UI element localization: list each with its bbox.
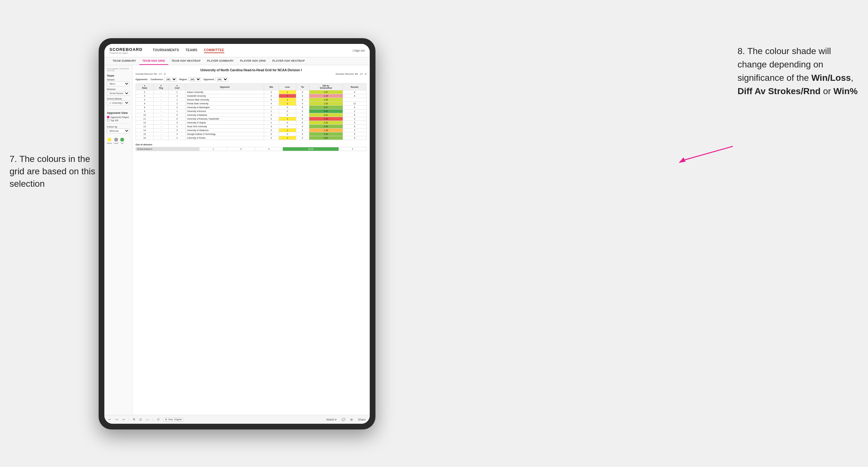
toolbar-comment[interactable]: 💬 [341,418,346,422]
td-1-row-6: - [153,113,168,117]
toolbar-sep2: | [153,418,154,421]
toolbar-share[interactable]: Share [357,418,367,422]
td-0-row-12: 16 [136,136,154,140]
toolbar-view[interactable]: ⊞ View: Original [163,418,184,422]
tab-team-summary[interactable]: TEAM SUMMARY [110,57,140,65]
toolbar-paste[interactable]: ⊡ [138,418,143,422]
td-4-row-2: 5 [264,98,279,102]
td-7-row-3: 1.83 [309,102,343,105]
division-select[interactable]: NCAA Division I [107,91,129,96]
td-7-row-5: 9.00 [309,110,343,113]
tab-player-h2h-grid[interactable]: PLAYER H2H GRID [237,57,269,65]
sidebar: Last Updated: 27/03/2024 16:55:38 Team G… [104,65,132,415]
td-0-row-3: 6 [136,102,154,105]
tab-player-summary[interactable]: PLAYER SUMMARY [204,57,237,65]
td-8-row-10: 3 [343,128,366,132]
region-select[interactable]: (All) [188,77,201,82]
school-select[interactable]: 1. University of Nort... [107,100,129,105]
th-rank: #Rank [136,84,154,90]
gender-select[interactable]: Men's [107,82,129,86]
radio-dot-1 [107,116,110,118]
nav-committee[interactable]: COMMITTEE [204,48,225,53]
td-0-row-1: 3 [136,94,154,98]
th-conf: #Conf [168,84,186,90]
tab-team-h2h-heatmap[interactable]: TEAM H2H HEATMAP [168,57,204,65]
td-5-row-0: 1 [279,90,296,94]
toolbar-watch[interactable]: Watch ▾ [325,418,338,422]
td-4-row-7: 0 [264,117,279,121]
td-2-row-1: 2 [168,94,186,98]
td-6-row-2: 0 [296,98,309,102]
opponent-select[interactable]: (All) [215,77,228,82]
td-0-row-2: 4 [136,98,154,102]
table-row: 15-4Georgia Institute of Technology5004.… [136,132,367,136]
td-6-row-6: 0 [296,113,309,117]
conference-select[interactable]: (All) [164,77,177,82]
td-5-row-9: 0 [279,125,296,128]
td-6-row-5: 0 [296,110,309,113]
td-7-row-4: 3.67 [309,105,343,110]
toolbar-redo[interactable]: ↪ [115,418,119,422]
nav-tournaments[interactable]: TOURNAMENTS [153,48,179,53]
data-table: #Rank #Reg #Conf Opponent Win Loss Tie D… [135,83,367,140]
legend-level: Level [114,138,118,144]
td-0-row-9: 13 [136,125,154,128]
td-0-row-11: 15 [136,132,154,136]
sidebar-timestamp: Last Updated: 27/03/2024 16:55:38 [107,68,129,71]
sub-nav: TEAM SUMMARY TEAM H2H GRID TEAM H2H HEAT… [104,57,370,65]
tab-player-h2h-heatmap[interactable]: PLAYER H2H HEATMAP [269,57,308,65]
toolbar-right: Watch ▾ 💬 ⊞ Share [325,418,367,422]
td-0-row-0: 2 [136,90,154,94]
th-opponent: Opponent [186,84,264,90]
logo-sub: Powered by clippd [110,52,143,54]
td-0-row-6: 10 [136,113,154,117]
radio-dot-2 [107,119,110,122]
td-6-row-7: 0 [296,117,309,121]
td-1-row-2: - [153,98,168,102]
toolbar-clock[interactable]: ⏱ [156,418,161,422]
toolbar-grid[interactable]: ⊞ [349,418,354,422]
td-2-row-11: 4 [168,132,186,136]
toolbar-back[interactable]: ↩ [122,418,126,422]
out-table-row: NCAA Division II 1 0 0 26.00 3 [136,147,367,151]
td-8-row-5: 2 [343,110,366,113]
sign-out[interactable]: | Sign out [352,49,365,52]
td-1-row-10: - [153,128,168,132]
bottom-toolbar: ↩ ↪ ↩ | ⧉ ⊡ — | ⏱ ⊞ View: Original Watch… [104,415,370,424]
td-1-row-4: - [153,105,168,110]
table-row: 2-1Auburn University2101.679 [136,90,367,94]
annotation-right-sep1: , [851,73,854,83]
toolbar-copy[interactable]: ⧉ [132,417,136,422]
toolbar-undo[interactable]: ↩ [107,418,112,422]
out-label: NCAA Division II [136,147,199,151]
annotation-right-number: 8. [738,46,745,56]
td-6-row-10: 0 [296,128,309,132]
td-8-row-11: 9 [343,132,366,136]
td-3-row-1: Vanderbilt University [186,94,264,98]
td-4-row-12: 3 [264,136,279,140]
td-5-row-3: 2 [279,102,296,105]
table-row: 3-2Vanderbilt University040-2.298 [136,94,367,98]
td-7-row-12: 6.62 [309,136,343,140]
out-loss: 0 [227,147,255,151]
out-tie: 0 [255,147,283,151]
nav-teams[interactable]: TEAMS [186,48,197,53]
td-7-row-10: -1.00 [309,128,343,132]
td-6-row-11: 0 [296,132,309,136]
radio-top100[interactable]: Top 100 [107,119,129,122]
tab-team-h2h-grid[interactable]: TEAM H2H GRID [140,57,168,65]
td-2-row-2: 1 [168,98,186,102]
legend-dot-down [107,138,111,142]
legend-row: Down Level Up [107,138,129,144]
td-8-row-2 [343,98,366,102]
td-2-row-5: 1 [168,110,186,113]
top-nav: SCOREBOARD Powered by clippd TOURNAMENTS… [104,44,370,57]
td-6-row-3: 0 [296,102,309,105]
annotation-left-text: The colours in the grid are based on thi… [9,154,95,189]
table-header-row: #Rank #Reg #Conf Opponent Win Loss Tie D… [136,84,367,90]
division-label: Division [107,88,129,90]
colour-by-select[interactable]: Win/Loss [107,128,129,133]
td-7-row-6: 2.61 [309,113,343,117]
radio-opponents-played[interactable]: Opponents Played [107,116,129,118]
toolbar-dash[interactable]: — [146,418,150,422]
